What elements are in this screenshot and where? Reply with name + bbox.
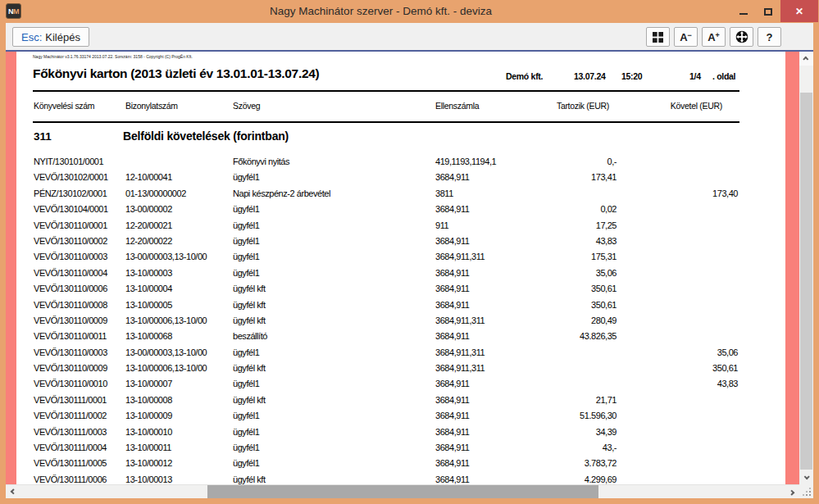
cell-ellenszamla: 3684,911: [435, 204, 469, 214]
maximize-button[interactable]: [756, 0, 780, 23]
cell-bizonylatszam: 12-20/00022: [125, 236, 172, 246]
help-button[interactable]: ?: [758, 27, 781, 47]
cell-szoveg: ügyfél1: [233, 172, 259, 182]
cell-konyvelesi-szam: VEVŐ/130110/0002: [34, 236, 107, 246]
cell-konyvelesi-szam: VEVŐ/130110/0009: [34, 363, 107, 373]
plus-icon: +: [716, 31, 720, 39]
cell-bizonylatszam: 13-00/00003,13-10/00: [125, 347, 207, 357]
scroll-down-button[interactable]: [799, 470, 813, 484]
cell-ellenszamla: 3684,911: [435, 443, 469, 452]
close-button[interactable]: ✕: [780, 0, 818, 22]
tile-windows-icon: [653, 32, 663, 43]
divider: [33, 90, 739, 92]
cell-ellenszamla: 3684,911: [435, 236, 469, 246]
cell-tartozik: 35,06: [508, 268, 617, 278]
cell-konyvelesi-szam: VEVŐ/130102/0001: [34, 172, 108, 182]
exit-button[interactable]: Esc: Kilépés: [12, 27, 89, 47]
vertical-scrollbar-thumb[interactable]: [800, 93, 812, 470]
window-title: Nagy Machinátor szerver - Demó kft. - de…: [49, 0, 712, 23]
resize-grip-icon: [809, 494, 811, 496]
cell-szoveg: ügyfél kft: [233, 316, 266, 325]
cell-bizonylatszam: 13-10/00008: [125, 395, 172, 405]
table-row: VEVŐ/130110/0009 13-10/00006,13-10/00 üg…: [16, 361, 785, 376]
table-row: VEVŐ/130110/0008 13-10/00005 ügyfél kft …: [16, 297, 785, 313]
table-row: VEVŐ/130110/0003 13-00/00003,13-10/00 üg…: [16, 345, 785, 361]
font-increase-label: A: [708, 31, 715, 43]
cell-tartozik: 350,61: [508, 300, 617, 310]
table-row: VEVŐ/130110/0003 13-00/00003,13-10/00 üg…: [16, 249, 785, 265]
section-account-name: Belföldi követelések (forintban): [123, 129, 289, 143]
cell-tartozik: 0,-: [508, 157, 617, 166]
table-row: VEVŐ/130111/0005 13-10/00012 ügyfél1 368…: [16, 456, 785, 471]
scroll-left-button[interactable]: [6, 485, 20, 498]
cell-tartozik: 43,83: [508, 236, 617, 246]
tile-windows-button[interactable]: [646, 27, 670, 47]
cell-bizonylatszam: 13-10/00012: [125, 458, 172, 468]
table-row: VEVŐ/130111/0003 13-10/00010 ügyfél1 368…: [16, 425, 785, 440]
cell-konyvelesi-szam: VEVŐ/130111/0004: [34, 443, 107, 452]
table-row: VEVŐ/130111/0004 13-10/00011 ügyfél1 368…: [16, 440, 785, 456]
app-icon: NM: [6, 3, 21, 19]
cell-tartozik: 3.783,72: [508, 458, 617, 468]
cell-szoveg: ügyfél1: [233, 252, 259, 261]
cell-szoveg: ügyfél kft: [233, 284, 266, 293]
cell-szoveg: ügyfél1: [233, 443, 259, 452]
cell-konyvelesi-szam: VEVŐ/130110/0011: [34, 331, 107, 341]
cell-szoveg: Napi készpénz-2 árbevétel: [233, 188, 330, 198]
vertical-scrollbar[interactable]: [799, 52, 813, 484]
cell-konyvelesi-szam: PÉNZ/130102/0001: [34, 188, 107, 198]
cell-bizonylatszam: 12-10/00041: [125, 172, 172, 182]
table-row: VEVŐ/130111/0002 13-10/00009 ügyfél1 368…: [16, 408, 785, 424]
report-date: 13.07.24: [574, 71, 605, 81]
cell-szoveg: ügyfél kft: [233, 363, 266, 373]
cell-konyvelesi-szam: VEVŐ/130111/0003: [34, 427, 107, 437]
titlebar[interactable]: NM Nagy Machinátor szerver - Demó kft. -…: [0, 0, 819, 23]
minus-icon: −: [688, 31, 692, 39]
table-row: VEVŐ/130110/0010 13-10/00007 ügyfél1 368…: [16, 376, 785, 392]
table-row: VEVŐ/130110/0001 12-20/00021 ügyfél1 911…: [16, 218, 785, 234]
cell-szoveg: ügyfél kft: [233, 395, 266, 405]
cell-bizonylatszam: 13-10/00013: [125, 474, 172, 484]
cell-ellenszamla: 3684,911: [435, 331, 469, 341]
cell-szoveg: ügyfél1: [233, 379, 259, 388]
minimize-icon: [739, 13, 748, 15]
column-header-konyvelesi-szam: Könyvelési szám: [34, 101, 94, 111]
cell-ellenszamla: 3684,911: [435, 379, 469, 388]
scroll-up-button[interactable]: [799, 52, 813, 66]
cell-konyvelesi-szam: VEVŐ/130110/0003: [34, 347, 107, 357]
scroll-right-button[interactable]: [785, 485, 799, 498]
cell-ellenszamla: 3684,911: [435, 411, 469, 420]
caption-buttons: ✕: [731, 0, 818, 23]
cell-szoveg: ügyfél1: [233, 347, 259, 357]
toolbar-button-group: A− A+ ?: [646, 27, 781, 47]
cell-konyvelesi-szam: VEVŐ/130110/0008: [34, 300, 107, 310]
report-page-number: 1/4: [689, 71, 701, 81]
minimize-button[interactable]: [731, 0, 756, 23]
cell-ellenszamla: 3684,911: [435, 395, 469, 405]
font-decrease-button[interactable]: A−: [674, 27, 698, 47]
cell-szoveg: ügyfél1: [233, 427, 259, 437]
font-increase-button[interactable]: A+: [702, 27, 726, 47]
cell-tartozik: 280,49: [508, 316, 617, 325]
cell-konyvelesi-szam: NYIT/130101/0001: [34, 157, 103, 166]
column-header-szoveg: Szöveg: [233, 101, 260, 111]
cell-ellenszamla: 3684,911: [435, 284, 469, 293]
cell-szoveg: beszállító: [233, 331, 267, 341]
report-company: Demó kft.: [506, 71, 543, 81]
cell-bizonylatszam: 13-10/00007: [125, 379, 172, 388]
cell-kovetel: 350,61: [623, 363, 738, 373]
cell-ellenszamla: 3684,911: [435, 427, 469, 437]
horizontal-scrollbar[interactable]: [6, 484, 799, 498]
cell-tartozik: 173,41: [508, 172, 617, 182]
cell-bizonylatszam: 13-10/00003: [125, 268, 172, 278]
pan-button[interactable]: [730, 27, 753, 47]
horizontal-scrollbar-thumb[interactable]: [207, 485, 598, 498]
cell-tartozik: 17,25: [508, 220, 617, 230]
column-header-ellenszamla: Ellenszámla: [435, 101, 479, 111]
resize-grip[interactable]: [799, 484, 813, 498]
cell-tartozik: 43,-: [508, 443, 617, 452]
cell-kovetel: 43,83: [623, 379, 738, 388]
cell-konyvelesi-szam: VEVŐ/130110/0004: [34, 268, 107, 278]
cell-ellenszamla: 3684,911: [435, 172, 469, 182]
cell-konyvelesi-szam: VEVŐ/130110/0009: [34, 316, 107, 325]
